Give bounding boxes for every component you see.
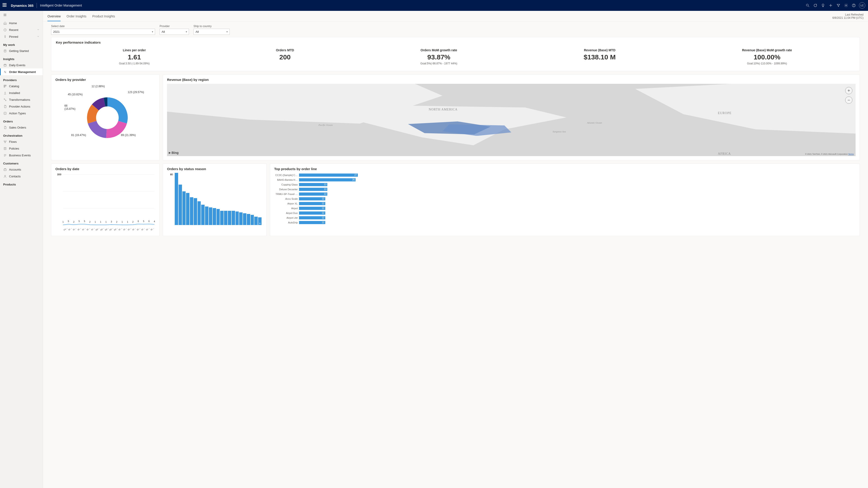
app-launcher-icon[interactable] — [3, 3, 7, 8]
bar-chart[interactable]: 2040609 — [167, 173, 262, 232]
target-icon[interactable] — [811, 0, 819, 11]
doc-icon — [3, 105, 7, 108]
status-bar[interactable] — [197, 201, 201, 225]
status-bar[interactable] — [228, 211, 231, 225]
filter-icon[interactable] — [835, 0, 842, 11]
status-bar[interactable] — [232, 211, 235, 225]
hbar-chart[interactable]: CC3C-[Sample] C… 27 BAHO-Barista H… 26 C… — [274, 173, 856, 232]
kpi-label: Revenue (Base) MoM growth rate — [742, 48, 792, 52]
product-bar[interactable]: 13 — [299, 183, 327, 186]
line-chart[interactable]: 0100200300152552111321126564Fe…M…M…M…M…M… — [55, 173, 155, 232]
sidebar-item-recent[interactable]: Recent — [0, 26, 43, 33]
sidebar-item-label: Installed — [9, 91, 20, 95]
kpi-value: $138.10 M — [584, 53, 616, 61]
donut-label: 12 (2.88%) — [92, 85, 105, 88]
sidebar-item-provider actions[interactable]: Provider Actions — [0, 103, 43, 110]
sidebar-item-label: Order Management — [9, 70, 36, 74]
status-bar[interactable] — [194, 198, 197, 225]
svg-line-1 — [808, 6, 809, 7]
status-bar[interactable] — [175, 173, 178, 225]
search-icon[interactable] — [804, 0, 811, 11]
sidebar-item-action types[interactable]: Action Types — [0, 110, 43, 117]
status-bar[interactable] — [201, 205, 205, 225]
last-refreshed: Last Refreshed 6/8/2021 11:04 PM (UTC) — [833, 11, 864, 20]
product-label: TRMU-SP-Travel … — [274, 193, 299, 195]
product-bar[interactable]: 13 — [299, 188, 327, 191]
map-label-eu: EUROPE — [718, 111, 732, 115]
product-bar[interactable]: 12 — [299, 212, 325, 215]
status-bar[interactable] — [254, 217, 258, 225]
sidebar-group-header: Customers — [0, 159, 43, 166]
guide-icon — [3, 49, 7, 53]
product-bar[interactable]: 12 — [299, 216, 325, 219]
status-bar[interactable] — [224, 211, 227, 225]
status-bar[interactable] — [217, 209, 220, 225]
status-bar[interactable] — [179, 185, 182, 225]
filter-ship-to-select[interactable]: All▾ — [193, 29, 230, 35]
product-bar[interactable]: 12 — [299, 197, 325, 200]
tab-strip: OverviewOrder InsightsProduct Insights — [48, 11, 115, 21]
events-icon — [3, 63, 7, 67]
sidebar-item-transformations[interactable]: Transformations — [0, 96, 43, 103]
product-bar[interactable]: 12 — [299, 202, 325, 205]
donut-label: 123 (29.57%) — [128, 91, 144, 94]
product-bar[interactable]: 13 — [299, 193, 327, 196]
filter-ship-to: Ship to country All▾ — [193, 25, 230, 35]
sidebar-item-catalog[interactable]: Catalog — [0, 83, 43, 90]
product-bar[interactable]: 26 — [299, 178, 355, 182]
filter-provider-select[interactable]: All▾ — [160, 29, 189, 35]
status-bar[interactable] — [251, 215, 254, 225]
sidebar-item-label: Home — [9, 22, 17, 25]
sidebar-item-daily events[interactable]: Daily Events — [0, 62, 43, 68]
zoom-in-button[interactable]: + — [845, 87, 852, 94]
filter-date-select[interactable]: 2021▾ — [51, 29, 155, 35]
zoom-out-button[interactable]: − — [845, 96, 852, 104]
product-bar[interactable]: 27 — [299, 173, 358, 177]
hamburger-icon[interactable] — [0, 11, 43, 20]
gear-icon[interactable] — [842, 0, 850, 11]
status-bar[interactable] — [186, 193, 189, 225]
product-bar[interactable]: 12 — [299, 207, 325, 210]
status-bar[interactable] — [220, 211, 223, 225]
status-bar[interactable] — [205, 206, 209, 225]
sidebar-item-flows[interactable]: Flows — [0, 138, 43, 145]
user-avatar[interactable]: LC — [859, 2, 865, 8]
kpi-label: Orders MoM growth rate — [421, 48, 457, 52]
status-bar[interactable] — [213, 208, 216, 225]
help-icon[interactable] — [850, 0, 858, 11]
sidebar-item-contacts[interactable]: Contacts — [0, 173, 43, 180]
map-terms-link[interactable]: Terms — [848, 153, 854, 155]
map[interactable]: NORTH AMERICA EUROPE AFRICA Pacific Ocea… — [167, 84, 856, 156]
clock-icon — [3, 28, 7, 32]
status-bar[interactable]: 9 — [258, 217, 261, 225]
sidebar-group-header: Orders — [0, 117, 43, 124]
donut-chart[interactable]: 123 (29.57%)89 (21.39%)81 (19.47%)66(15.… — [55, 84, 155, 142]
status-bar[interactable] — [247, 214, 250, 225]
product-bar[interactable]: 12 — [299, 221, 325, 224]
status-bar[interactable] — [239, 213, 243, 225]
status-bar[interactable] — [236, 212, 239, 225]
sidebar-item-label: Recent — [9, 28, 18, 32]
kpi-label: Lines per order — [119, 48, 149, 52]
status-bar[interactable] — [190, 197, 193, 225]
status-bar[interactable] — [243, 213, 246, 225]
sidebar-item-sales orders[interactable]: Sales Orders — [0, 124, 43, 131]
sidebar-item-getting started[interactable]: Getting Started — [0, 47, 43, 54]
svg-rect-14 — [4, 64, 6, 66]
sidebar-item-policies[interactable]: Policies — [0, 145, 43, 152]
status-bar[interactable] — [182, 191, 186, 225]
tab-overview[interactable]: Overview — [48, 11, 61, 21]
sidebar-group-header: Orchestration — [0, 131, 43, 138]
filter-date: Select date 2021▾ — [51, 25, 155, 35]
sidebar-item-business events[interactable]: Business Events — [0, 152, 43, 159]
sidebar-item-accounts[interactable]: Accounts — [0, 166, 43, 173]
tab-order insights[interactable]: Order Insights — [66, 11, 86, 21]
plus-icon[interactable] — [827, 0, 835, 11]
tab-product insights[interactable]: Product Insights — [92, 11, 115, 21]
sidebar-item-order management[interactable]: Order Management — [0, 68, 43, 75]
status-bar[interactable] — [209, 207, 212, 225]
sidebar-item-pinned[interactable]: Pinned — [0, 33, 43, 40]
sidebar-item-home[interactable]: Home — [0, 20, 43, 26]
sidebar-item-installed[interactable]: Installed — [0, 90, 43, 96]
lightbulb-icon[interactable] — [819, 0, 827, 11]
